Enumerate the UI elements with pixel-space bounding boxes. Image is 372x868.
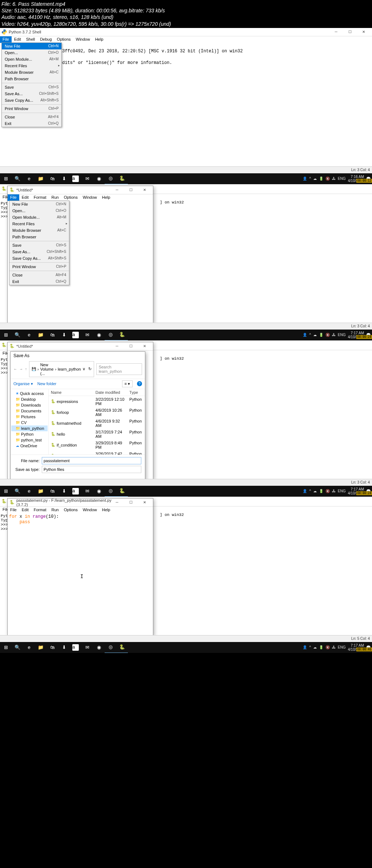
dropbox-icon[interactable]: ⬇ bbox=[58, 486, 70, 497]
tray-lang[interactable]: ENG bbox=[338, 489, 346, 493]
help-button[interactable]: ? bbox=[137, 381, 142, 386]
edge-icon[interactable]: e bbox=[23, 330, 35, 340]
idle-icon[interactable]: 🐍 bbox=[116, 329, 128, 341]
tree-cv[interactable]: 📁CV bbox=[11, 420, 48, 425]
menu-window[interactable]: Window bbox=[80, 507, 100, 513]
store-icon[interactable]: 🛍 bbox=[46, 642, 58, 653]
menu-item-save[interactable]: SaveCtrl+S bbox=[2, 84, 61, 90]
idle-icon[interactable]: 🐍 bbox=[116, 642, 128, 653]
taskbar[interactable]: ⊞🔍e📁🛍⬇a✉◉◎🐍👤^☁🔋🔇🖧ENG7:17 AM4/10/2019💬00:… bbox=[0, 486, 372, 497]
app-icon[interactable]: ◎ bbox=[105, 173, 116, 185]
menu-item-print-window[interactable]: Print WindowCtrl+P bbox=[9, 263, 69, 270]
menu-item-new-file[interactable]: New FileCtrl+N bbox=[2, 43, 61, 49]
store-icon[interactable]: 🛍 bbox=[46, 330, 58, 340]
menu-edit[interactable]: Edit bbox=[19, 507, 31, 513]
tray-user-icon[interactable]: 👤 bbox=[303, 333, 307, 337]
nav-back-button[interactable]: ← bbox=[13, 367, 17, 371]
menu-item-open-module-[interactable]: Open Module...Alt+M bbox=[2, 56, 61, 62]
menu-item-close[interactable]: CloseAlt+F4 bbox=[2, 114, 61, 120]
file-row[interactable]: 🐍forloop4/6/2019 10:26 AMPython bbox=[49, 407, 145, 418]
file-row[interactable]: 🐍expressions3/22/2019 12:10 PMPython bbox=[49, 396, 145, 407]
organise-button[interactable]: Organise ▾ bbox=[13, 381, 33, 386]
amazon-icon[interactable]: a bbox=[70, 642, 81, 653]
start-button[interactable]: ⊞ bbox=[0, 330, 12, 340]
menu-shell[interactable]: Shell bbox=[24, 36, 37, 43]
search-button[interactable]: 🔍 bbox=[12, 330, 23, 340]
tree-python[interactable]: 📁Python bbox=[11, 431, 48, 437]
menu-options[interactable]: Options bbox=[54, 36, 73, 43]
app-icon[interactable]: ◎ bbox=[105, 485, 116, 497]
menu-item-print-window[interactable]: Print WindowCtrl+P bbox=[2, 105, 61, 112]
idle-icon[interactable]: 🐍 bbox=[116, 173, 128, 185]
menu-item-path-browser[interactable]: Path Browser bbox=[9, 234, 69, 240]
tray-user-icon[interactable]: 👤 bbox=[303, 177, 307, 181]
tray-user-icon[interactable]: 👤 bbox=[303, 645, 307, 649]
code-editor[interactable]: for x in range(10): pass bbox=[8, 513, 153, 526]
menu-options[interactable]: Options bbox=[61, 194, 80, 201]
tree-pictures[interactable]: 📁Pictures bbox=[11, 414, 48, 420]
tree-downloads[interactable]: 📁Downloads bbox=[11, 402, 48, 408]
menu-item-module-browser[interactable]: Module BrowserAlt+C bbox=[9, 227, 69, 234]
search-button[interactable]: 🔍 bbox=[12, 486, 23, 497]
mail-icon[interactable]: ✉ bbox=[81, 330, 93, 340]
search-input[interactable]: Search learn_python bbox=[96, 363, 142, 375]
menu-item-recent-files[interactable]: Recent Files bbox=[2, 62, 61, 69]
menu-item-open-[interactable]: Open...Ctrl+O bbox=[2, 49, 61, 56]
taskbar[interactable]: ⊞🔍e📁🛍⬇a✉◉◎🐍👤^☁🔋🔇🖧ENG7:16 AM4/10/2019💬00:… bbox=[0, 173, 372, 184]
menu-file[interactable]: File bbox=[0, 36, 12, 43]
file-row[interactable]: 🐍formatmethod4/6/2019 9:32 AMPython bbox=[49, 418, 145, 429]
nav-up-button[interactable]: ↑ bbox=[25, 367, 27, 371]
close-button[interactable]: ✕ bbox=[139, 187, 150, 193]
nav-fwd-button[interactable]: → bbox=[19, 367, 23, 371]
file-row[interactable]: 🐍indentation3/26/2019 7:42 AMPython bbox=[49, 451, 145, 455]
minimize-button[interactable]: ─ bbox=[112, 499, 122, 506]
titlebar[interactable]: 🐍 *Untitled* ─ ☐ ✕ bbox=[8, 186, 153, 194]
menu-window[interactable]: Window bbox=[80, 194, 100, 201]
menu-item-open-[interactable]: Open...Ctrl+O bbox=[9, 207, 69, 214]
menu-item-path-browser[interactable]: Path Browser bbox=[2, 76, 61, 82]
start-button[interactable]: ⊞ bbox=[0, 173, 12, 184]
tree-documents[interactable]: 📁Documents bbox=[11, 408, 48, 414]
menu-item-save-copy-as-[interactable]: Save Copy As...Alt+Shift+S bbox=[9, 255, 69, 262]
menu-run[interactable]: Run bbox=[49, 507, 61, 513]
taskbar[interactable]: ⊞🔍e📁🛍⬇a✉◉◎🐍👤^☁🔋🔇🖧ENG7:17 AM4/10/2019💬00:… bbox=[0, 642, 372, 653]
chrome-icon[interactable]: ◉ bbox=[93, 486, 105, 497]
amazon-icon[interactable]: a bbox=[70, 486, 81, 497]
menu-run[interactable]: Run bbox=[49, 194, 61, 201]
menu-item-module-browser[interactable]: Module BrowserAlt+C bbox=[2, 69, 61, 76]
taskbar[interactable]: ⊞🔍e📁🛍⬇a✉◉◎🐍👤^☁🔋🔇🖧ENG7:17 AM4/10/2019💬00:… bbox=[0, 330, 372, 340]
search-button[interactable]: 🔍 bbox=[12, 173, 23, 184]
savetype-combo[interactable]: Python files bbox=[42, 466, 141, 473]
menu-item-save-as-[interactable]: Save As...Ctrl+Shift+S bbox=[9, 249, 69, 255]
start-button[interactable]: ⊞ bbox=[0, 642, 12, 653]
shell-content[interactable]: 2:9a3ffc0492, Dec 23 2018, 22:20:52) [MS… bbox=[45, 43, 244, 72]
menu-edit[interactable]: Edit bbox=[12, 36, 24, 43]
menu-format[interactable]: Format bbox=[31, 507, 49, 513]
menu-window[interactable]: Window bbox=[73, 36, 93, 43]
file-row[interactable]: 🐍if_condition3/29/2019 8:49 PMPython bbox=[49, 440, 145, 451]
maximize-button[interactable]: ☐ bbox=[125, 499, 136, 506]
amazon-icon[interactable]: a bbox=[70, 330, 81, 340]
maximize-button[interactable]: ☐ bbox=[125, 187, 136, 193]
explorer-icon[interactable]: 📁 bbox=[35, 486, 46, 497]
search-button[interactable]: 🔍 bbox=[12, 642, 23, 653]
menu-item-recent-files[interactable]: Recent Files bbox=[9, 221, 69, 227]
explorer-icon[interactable]: 📁 bbox=[35, 642, 46, 653]
chrome-icon[interactable]: ◉ bbox=[93, 330, 105, 340]
mail-icon[interactable]: ✉ bbox=[81, 642, 93, 653]
menu-item-save-copy-as-[interactable]: Save Copy As...Alt+Shift+S bbox=[2, 97, 61, 104]
menu-item-exit[interactable]: ExitCtrl+Q bbox=[9, 278, 69, 285]
mail-icon[interactable]: ✉ bbox=[81, 486, 93, 497]
file-list[interactable]: NameDate modifiedType 🐍expressions3/22/2… bbox=[49, 389, 145, 455]
tray-user-icon[interactable]: 👤 bbox=[303, 489, 307, 493]
amazon-icon[interactable]: a bbox=[70, 173, 81, 184]
tree-python_test[interactable]: 📁python_test bbox=[11, 437, 48, 443]
menu-item-open-module-[interactable]: Open Module...Alt+M bbox=[9, 214, 69, 221]
store-icon[interactable]: 🛍 bbox=[46, 486, 58, 497]
maximize-button[interactable]: ☐ bbox=[344, 29, 355, 35]
path-bar[interactable]: 💾› New Volume (...› learn_python ∨↻ bbox=[29, 361, 94, 377]
menu-item-exit[interactable]: ExitCtrl+Q bbox=[2, 120, 61, 127]
menu-edit[interactable]: Edit bbox=[19, 194, 31, 201]
minimize-button[interactable]: ─ bbox=[112, 187, 122, 193]
filename-input[interactable]: passstatement bbox=[42, 457, 141, 464]
